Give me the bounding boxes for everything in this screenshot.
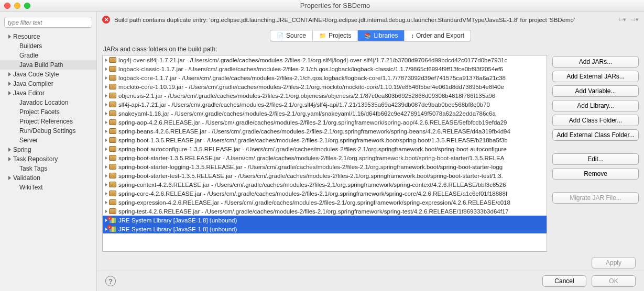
jar-icon: [109, 57, 116, 63]
tab-label: Source: [286, 32, 306, 39]
sidebar-item[interactable]: Javadoc Location: [0, 98, 96, 107]
expand-icon[interactable]: [105, 210, 107, 213]
sidebar-item[interactable]: Server: [0, 136, 96, 145]
sidebar-item[interactable]: Run/Debug Settings: [0, 126, 96, 136]
expand-icon[interactable]: [8, 157, 11, 161]
expand-icon[interactable]: [8, 82, 11, 86]
tab-icon: 📁: [319, 32, 326, 39]
jar-row[interactable]: spring-core-4.2.6.RELEASE.jar - /Users/c…: [103, 189, 547, 198]
expand-icon[interactable]: [105, 201, 107, 204]
expand-icon[interactable]: [105, 165, 107, 169]
sidebar-item[interactable]: Resource: [0, 32, 96, 41]
tab-bar: 📄Source📁Projects📚Libraries↕Order and Exp…: [270, 30, 471, 41]
add-jars-button[interactable]: Add JARs...: [552, 56, 639, 68]
jar-row[interactable]: objenesis-2.1.jar - /Users/cm/.gradle/ca…: [103, 91, 547, 100]
sidebar-item[interactable]: WikiText: [0, 183, 96, 192]
sidebar-tree[interactable]: ResourceBuildersGradleJava Build PathJav…: [0, 32, 96, 192]
expand-icon[interactable]: [8, 35, 11, 39]
sidebar-item[interactable]: Java Editor: [0, 88, 96, 98]
expand-icon[interactable]: [8, 91, 11, 95]
help-icon[interactable]: ?: [105, 276, 116, 286]
sidebar-item[interactable]: Java Compiler: [0, 79, 96, 88]
expand-icon[interactable]: [105, 76, 107, 80]
jar-label: spring-boot-1.3.5.RELEASE.jar - /Users/c…: [118, 137, 508, 143]
cancel-button[interactable]: Cancel: [542, 275, 586, 287]
jar-row[interactable]: mockito-core-1.10.19.jar - /Users/cm/.gr…: [103, 82, 547, 91]
sidebar-item[interactable]: Java Build Path: [0, 60, 96, 70]
jar-row[interactable]: spring-boot-autoconfigure-1.3.5.RELEASE.…: [103, 144, 547, 153]
expand-icon[interactable]: [105, 174, 107, 177]
apply-row: Apply: [97, 255, 644, 271]
remove-button[interactable]: Remove: [552, 168, 639, 180]
jar-row[interactable]: spring-beans-4.2.6.RELEASE.jar - /Users/…: [103, 127, 547, 136]
expand-icon[interactable]: [105, 148, 107, 151]
jar-row[interactable]: spring-boot-starter-test-1.3.5.RELEASE.j…: [103, 171, 547, 180]
edit-button[interactable]: Edit...: [552, 153, 639, 165]
tab-libraries[interactable]: 📚Libraries: [358, 30, 405, 41]
jar-row[interactable]: logback-core-1.1.7.jar - /Users/cm/.grad…: [103, 73, 547, 82]
sidebar-item[interactable]: Spring: [0, 145, 96, 154]
jar-row[interactable]: logback-classic-1.1.7.jar - /Users/cm/.g…: [103, 64, 547, 73]
expand-icon[interactable]: [105, 85, 107, 88]
jar-row[interactable]: spring-boot-starter-1.3.5.RELEASE.jar - …: [103, 153, 547, 162]
jar-label: spring-aop-4.2.6.RELEASE.jar - /Users/cm…: [118, 119, 507, 126]
tab-projects[interactable]: 📁Projects: [313, 30, 358, 41]
error-badge-icon: x: [107, 225, 112, 229]
sidebar-item[interactable]: Builders: [0, 41, 96, 51]
jre-label: JRE System Library [JavaSE-1.8] (unbound…: [118, 226, 237, 232]
window-title: Properties for SBDemo: [30, 2, 640, 9]
jar-row[interactable]: spring-boot-1.3.5.RELEASE.jar - /Users/c…: [103, 136, 547, 144]
filter-input[interactable]: [4, 17, 92, 28]
jar-row[interactable]: spring-expression-4.2.6.RELEASE.jar - /U…: [103, 198, 547, 207]
expand-icon[interactable]: [105, 59, 107, 62]
expand-icon[interactable]: [8, 148, 11, 152]
jar-label: spring-expression-4.2.6.RELEASE.jar - /U…: [118, 199, 510, 206]
expand-icon[interactable]: [105, 130, 107, 133]
apply-button: Apply: [592, 257, 636, 268]
jar-row[interactable]: spring-test-4.2.6.RELEASE.jar - /Users/c…: [103, 207, 547, 216]
nav-arrows[interactable]: ⇦▾ ⇨▾: [618, 16, 639, 23]
add-library-button[interactable]: Add Library...: [552, 100, 639, 111]
minimize-window-button[interactable]: [14, 3, 20, 9]
expand-icon[interactable]: [105, 121, 107, 124]
expand-icon[interactable]: [105, 68, 107, 71]
jar-row[interactable]: snakeyaml-1.16.jar - /Users/cm/.gradle/c…: [103, 109, 547, 118]
sidebar-item[interactable]: Gradle: [0, 51, 96, 60]
jre-row[interactable]: xJRE System Library [JavaSE-1.8] (unboun…: [103, 216, 547, 225]
expand-icon[interactable]: [8, 176, 11, 180]
tab-order-and-export[interactable]: ↕Order and Export: [405, 30, 471, 41]
sidebar-item-label: Spring: [13, 146, 31, 153]
expand-icon[interactable]: [105, 139, 107, 142]
expand-icon[interactable]: [105, 156, 107, 160]
sidebar-item[interactable]: Project Facets: [0, 107, 96, 117]
sidebar-item[interactable]: Task Tags: [0, 164, 96, 173]
jar-row[interactable]: spring-aop-4.2.6.RELEASE.jar - /Users/cm…: [103, 118, 547, 127]
expand-icon[interactable]: [105, 103, 107, 106]
sidebar-item[interactable]: Java Code Style: [0, 70, 96, 79]
jar-row[interactable]: log4j-over-slf4j-1.7.21.jar - /Users/cm/…: [103, 55, 547, 64]
zoom-window-button[interactable]: [24, 3, 30, 9]
jar-list[interactable]: log4j-over-slf4j-1.7.21.jar - /Users/cm/…: [102, 55, 547, 252]
jar-row[interactable]: spring-boot-starter-logging-1.3.5.RELEAS…: [103, 162, 547, 171]
jar-icon: [109, 146, 116, 152]
close-window-button[interactable]: [4, 3, 10, 9]
add-external-class-folder-button[interactable]: Add External Class Folder...: [552, 129, 639, 141]
add-class-folder-button[interactable]: Add Class Folder...: [552, 115, 639, 126]
expand-icon[interactable]: [105, 192, 107, 195]
jar-label: objenesis-2.1.jar - /Users/cm/.gradle/ca…: [118, 93, 495, 99]
sidebar-item[interactable]: Validation: [0, 173, 96, 183]
add-variable-button[interactable]: Add Variable...: [552, 85, 639, 97]
expand-icon[interactable]: [8, 72, 11, 76]
expand-icon[interactable]: [105, 112, 107, 115]
jar-row[interactable]: slf4j-api-1.7.21.jar - /Users/cm/.gradle…: [103, 100, 547, 109]
sidebar-item[interactable]: Project References: [0, 117, 96, 126]
expand-icon[interactable]: [105, 94, 107, 97]
jar-icon: [109, 173, 116, 178]
add-external-jars-button[interactable]: Add External JARs...: [552, 71, 639, 82]
jre-row[interactable]: xJRE System Library [JavaSE-1.8] (unboun…: [103, 225, 547, 233]
title-bar: Properties for SBDemo: [0, 0, 644, 12]
sidebar-item[interactable]: Task Repository: [0, 154, 96, 164]
tab-source[interactable]: 📄Source: [270, 30, 313, 41]
jar-row[interactable]: spring-context-4.2.6.RELEASE.jar - /User…: [103, 180, 547, 189]
expand-icon[interactable]: [105, 183, 107, 186]
